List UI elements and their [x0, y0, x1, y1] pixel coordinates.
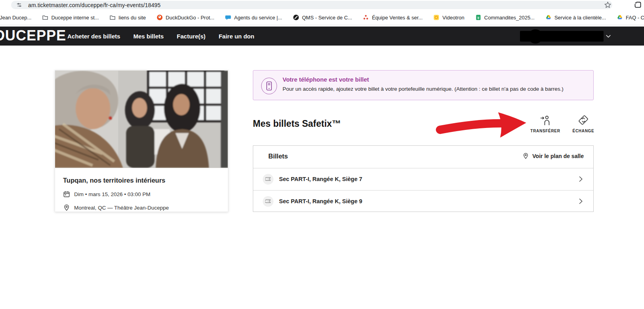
banner-body: Pour un accès rapide, ajoutez votre bill… [283, 86, 564, 92]
exchange-ticket-icon [578, 115, 589, 126]
chevron-right-icon [577, 175, 585, 185]
bookmark-label: re Jean Ducep... [0, 15, 31, 21]
bookmark-item[interactable]: re Jean Ducep... [0, 15, 31, 21]
transfer-label: TRANSFÉRER [529, 129, 561, 133]
bookmark-item[interactable]: liens du site [109, 14, 146, 21]
bookmark-star-icon[interactable] [604, 1, 612, 10]
bookmark-item[interactable]: QMS - Service de C... [293, 14, 352, 21]
duceppe-logo[interactable]: DUCEPPE [0, 27, 66, 44]
ticket-row[interactable]: Sec PART-I, Rangée K, Siège 7 [253, 168, 593, 190]
bookmark-item[interactable]: Commandites_2025... [475, 14, 535, 21]
ticket-row[interactable]: Sec PART-I, Rangée K, Siège 9 [253, 190, 593, 212]
bookmark-item[interactable]: Agents du service |... [225, 14, 282, 21]
annotation-arrow [435, 109, 527, 142]
nav-mes-billets[interactable]: Mes billets [133, 33, 164, 40]
account-name-redacted[interactable] [520, 31, 604, 42]
calendar-icon [63, 191, 70, 198]
url-bar[interactable]: am.ticketmaster.com/duceppe/fr-ca/my-eve… [11, 1, 612, 9]
exchange-button[interactable]: ÉCHANGE [568, 115, 599, 133]
event-title: Tupqan, nos territoires intérieurs [63, 177, 220, 184]
transfer-person-icon [540, 115, 551, 126]
bookmark-item[interactable]: Videotron [433, 14, 464, 21]
sheets-icon [475, 14, 482, 21]
seat-map-link[interactable]: Voir le plan de salle [522, 153, 584, 159]
bookmark-label: Agents du service |... [234, 15, 282, 21]
nav-factures[interactable]: Facture(s) [177, 33, 206, 40]
event-card: Tupqan, nos territoires intérieurs Dim •… [55, 70, 228, 212]
exchange-label: ÉCHANGE [568, 129, 599, 133]
nav-faire-un-don[interactable]: Faire un don [219, 33, 254, 40]
bookmark-item[interactable]: Service à la clientèle... [545, 14, 606, 21]
site-navigation: DUCEPPE Acheter des billets Mes billets … [0, 27, 644, 46]
seat-label: Sec PART-I, Rangée K, Siège 9 [279, 198, 362, 204]
bookmark-label: Commandites_2025... [484, 15, 535, 21]
bookmark-label: FAQ - Communicati... [626, 15, 644, 21]
phone-ticket-banner: Votre téléphone est votre billet Pour un… [253, 70, 594, 100]
bookmark-label: Service à la clientèle... [554, 15, 606, 21]
bookmark-item[interactable]: FAQ - Communicati... [617, 14, 644, 21]
seat-map-label: Voir le plan de salle [532, 153, 584, 159]
location-pin-icon [63, 204, 70, 211]
bookmark-label: Équipe Ventes & ser... [372, 15, 422, 21]
drive-icon [545, 14, 552, 21]
event-card-body: Tupqan, nos territoires intérieurs Dim •… [55, 168, 228, 211]
bookmark-item[interactable]: Équipe Ventes & ser... [363, 14, 422, 21]
qms-icon [293, 14, 299, 21]
browser-toolbar: am.ticketmaster.com/duceppe/fr-ca/my-eve… [0, 0, 644, 10]
event-datetime: Dim • mars 15, 2026 • 03:00 PM [74, 191, 151, 197]
event-venue: Montreal, QC — Théâtre Jean-Duceppe [74, 205, 169, 211]
event-image [55, 71, 228, 168]
panel-title: Billets [268, 153, 288, 160]
bookmarks-bar: re Jean Ducep... Duceppe interne st... l… [0, 10, 644, 25]
bookmark-label: liens du site [118, 15, 146, 21]
page-title: Mes billets Safetix™ [253, 118, 341, 129]
chat-bubble-icon [225, 14, 231, 21]
extensions-icon[interactable] [634, 1, 642, 11]
bookmark-label: DuckDuckGo - Prot... [166, 15, 214, 21]
bookmark-item[interactable]: DuckDuckGo - Prot... [157, 14, 214, 21]
map-pin-icon [522, 153, 529, 159]
ticket-icon [263, 174, 273, 185]
nav-acheter-des-billets[interactable]: Acheter des billets [67, 33, 120, 40]
chevron-down-icon[interactable] [605, 32, 612, 41]
bookmark-item[interactable]: Duceppe interne st... [42, 14, 99, 21]
bookmark-label: QMS - Service de C... [302, 15, 352, 21]
screen: am.ticketmaster.com/duceppe/fr-ca/my-eve… [0, 0, 644, 309]
chevron-right-icon [577, 197, 585, 207]
seat-label: Sec PART-I, Rangée K, Siège 7 [279, 176, 362, 182]
bookmark-label: Duceppe interne st... [51, 15, 99, 21]
ticket-icon [263, 196, 273, 207]
folder-icon [109, 14, 116, 21]
tickets-panel-header: Billets Voir le plan de salle [253, 146, 593, 168]
transfer-button[interactable]: TRANSFÉRER [529, 115, 561, 133]
team-dots-icon [363, 14, 369, 21]
folder-icon [42, 14, 48, 21]
tickets-panel: Billets Voir le plan de salle Sec PART-I… [253, 145, 594, 212]
videotron-icon [433, 14, 440, 21]
site-permissions-icon[interactable] [16, 2, 23, 8]
duckduckgo-icon [157, 14, 163, 21]
banner-title: Votre téléphone est votre billet [283, 76, 369, 83]
bookmark-label: Videotron [442, 15, 464, 21]
drive-icon [617, 14, 623, 21]
phone-icon [261, 78, 277, 94]
url-text: am.ticketmaster.com/duceppe/fr-ca/my-eve… [28, 2, 161, 8]
